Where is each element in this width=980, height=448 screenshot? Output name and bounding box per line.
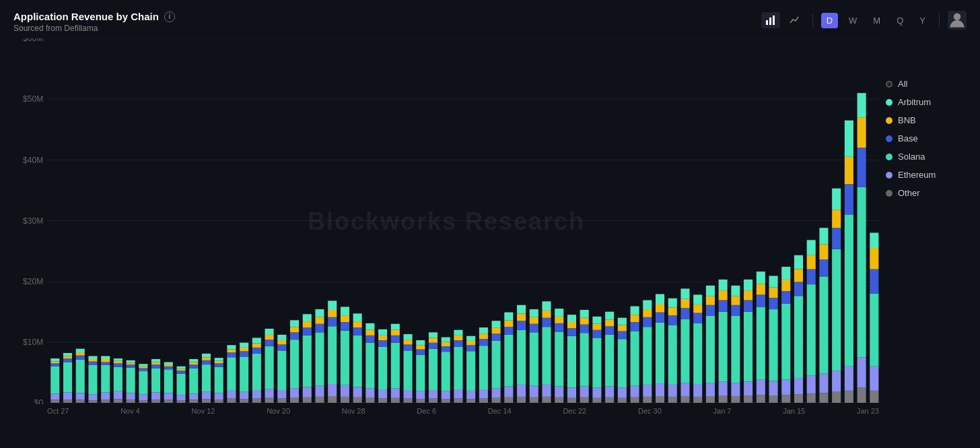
legend-label-base: Base xyxy=(898,133,918,143)
svg-rect-49 xyxy=(114,391,123,399)
x-label: Oct 27 xyxy=(47,407,69,415)
svg-rect-30 xyxy=(76,399,85,403)
svg-rect-332 xyxy=(706,316,715,383)
svg-rect-75 xyxy=(164,366,173,370)
svg-rect-176 xyxy=(378,347,387,389)
svg-rect-192 xyxy=(416,399,425,403)
svg-rect-197 xyxy=(416,340,425,345)
svg-rect-181 xyxy=(391,388,400,397)
svg-rect-335 xyxy=(706,286,715,296)
period-w-button[interactable]: W xyxy=(843,13,862,28)
legend-ethereum[interactable]: Ethereum xyxy=(886,170,960,180)
svg-rect-204 xyxy=(442,399,450,403)
svg-rect-148 xyxy=(315,317,324,324)
svg-rect-65 xyxy=(139,364,147,366)
svg-rect-168 xyxy=(365,398,374,403)
legend-other[interactable]: Other xyxy=(886,188,960,198)
svg-rect-44 xyxy=(101,365,110,393)
svg-rect-410 xyxy=(870,294,878,366)
svg-rect-216 xyxy=(466,399,475,403)
svg-rect-329 xyxy=(693,294,702,304)
svg-rect-307 xyxy=(656,383,664,396)
svg-rect-68 xyxy=(151,369,160,393)
svg-rect-167 xyxy=(353,313,362,321)
x-label: Dec 22 xyxy=(563,407,586,415)
svg-rect-262 xyxy=(555,317,563,323)
svg-rect-407 xyxy=(858,93,866,117)
svg-rect-180 xyxy=(391,398,400,403)
svg-rect-24 xyxy=(63,399,72,403)
period-m-button[interactable]: M xyxy=(868,13,886,28)
x-label: Jan 7 xyxy=(713,407,732,415)
legend-bnb[interactable]: BNB xyxy=(886,115,960,125)
legend-base[interactable]: Base xyxy=(886,133,960,143)
svg-rect-171 xyxy=(365,335,374,343)
svg-rect-102 xyxy=(227,399,236,403)
svg-rect-218 xyxy=(466,351,475,391)
svg-rect-373 xyxy=(794,378,803,394)
svg-rect-285 xyxy=(605,326,614,335)
svg-rect-368 xyxy=(781,304,790,380)
svg-rect-78 xyxy=(176,400,185,403)
svg-rect-362 xyxy=(769,309,778,381)
svg-rect-210 xyxy=(454,399,462,403)
svg-rect-224 xyxy=(479,346,488,389)
svg-rect-366 xyxy=(781,395,790,403)
svg-rect-372 xyxy=(794,394,803,403)
svg-rect-361 xyxy=(769,381,778,395)
user-avatar-button[interactable] xyxy=(948,11,967,30)
svg-rect-111 xyxy=(240,351,248,356)
svg-rect-336 xyxy=(719,395,728,403)
legend-solana[interactable]: Solana xyxy=(886,152,960,162)
svg-rect-297 xyxy=(631,322,639,331)
svg-rect-408 xyxy=(870,391,878,403)
svg-rect-88 xyxy=(189,362,198,365)
svg-rect-190 xyxy=(404,340,413,344)
svg-rect-1 xyxy=(769,18,771,25)
svg-rect-280 xyxy=(592,324,601,330)
legend-all[interactable]: All xyxy=(886,79,960,89)
svg-rect-344 xyxy=(731,316,740,383)
svg-rect-304 xyxy=(643,309,652,317)
svg-rect-284 xyxy=(605,335,614,387)
svg-rect-271 xyxy=(580,387,589,397)
svg-rect-317 xyxy=(668,298,677,308)
info-icon[interactable]: i xyxy=(164,11,175,22)
svg-rect-100 xyxy=(215,361,223,364)
svg-rect-346 xyxy=(731,296,740,305)
svg-rect-64 xyxy=(139,366,147,369)
svg-rect-293 xyxy=(618,318,627,325)
svg-rect-305 xyxy=(643,300,652,310)
svg-rect-81 xyxy=(176,371,185,374)
svg-rect-139 xyxy=(303,387,312,397)
legend-arbitrum[interactable]: Arbitrum xyxy=(886,97,960,107)
x-label: Dec 6 xyxy=(417,407,436,415)
svg-rect-136 xyxy=(290,327,299,332)
period-y-button[interactable]: Y xyxy=(914,13,931,28)
svg-rect-47 xyxy=(101,356,110,359)
svg-rect-209 xyxy=(442,338,450,342)
bar-chart-button[interactable] xyxy=(761,12,780,28)
svg-rect-91 xyxy=(202,392,211,399)
svg-rect-286 xyxy=(605,319,614,326)
svg-rect-0 xyxy=(766,20,768,25)
svg-rect-60 xyxy=(139,400,147,403)
svg-rect-403 xyxy=(858,357,866,387)
svg-rect-266 xyxy=(567,336,576,388)
svg-rect-141 xyxy=(303,327,312,335)
period-d-button[interactable]: D xyxy=(821,13,838,28)
svg-rect-256 xyxy=(542,311,551,318)
svg-rect-185 xyxy=(391,324,400,330)
svg-rect-187 xyxy=(404,390,413,399)
line-chart-button[interactable] xyxy=(785,12,804,28)
period-q-button[interactable]: Q xyxy=(891,13,909,28)
svg-rect-326 xyxy=(693,323,702,384)
svg-rect-183 xyxy=(391,335,400,343)
svg-rect-99 xyxy=(215,363,223,366)
svg-rect-215 xyxy=(454,330,462,335)
svg-rect-235 xyxy=(504,387,513,397)
svg-rect-175 xyxy=(378,389,387,399)
svg-rect-331 xyxy=(706,383,715,396)
svg-rect-347 xyxy=(731,286,740,296)
svg-rect-120 xyxy=(265,398,274,403)
